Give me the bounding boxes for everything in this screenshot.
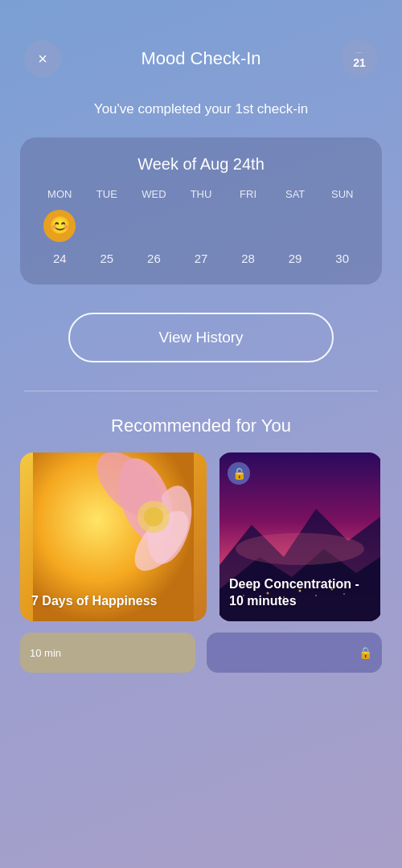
bottom-lock-icon: 🔒 bbox=[359, 646, 372, 659]
recommended-title: Recommended for You bbox=[0, 416, 402, 436]
date-26: 26 bbox=[130, 248, 178, 268]
date-30: 30 bbox=[318, 248, 366, 268]
bottom-card-stubs: 10 min 🔒 bbox=[0, 621, 402, 673]
svg-point-6 bbox=[144, 507, 163, 526]
close-icon: × bbox=[38, 50, 47, 68]
card-concentration-label: Deep Concentration - 10 minutes bbox=[229, 576, 371, 610]
checkin-subtitle: You've completed your 1st check-in bbox=[0, 93, 402, 137]
bottom-card-left-label: 10 min bbox=[30, 647, 61, 659]
header: × Mood Check-In ··· 21 bbox=[0, 0, 402, 93]
calendar-button[interactable]: ··· 21 bbox=[341, 40, 378, 77]
day-header-sun: SUN bbox=[318, 188, 366, 200]
date-25: 25 bbox=[84, 248, 131, 268]
week-card: Week of Aug 24th MON TUE WED THU FRI SAT… bbox=[20, 137, 382, 285]
svg-point-17 bbox=[236, 533, 364, 565]
day-header-fri: FRI bbox=[224, 188, 272, 200]
bottom-card-left[interactable]: 10 min bbox=[20, 633, 195, 673]
bottom-card-right[interactable]: 🔒 bbox=[207, 633, 382, 673]
close-button[interactable]: × bbox=[24, 40, 61, 77]
day-header-thu: THU bbox=[178, 188, 225, 200]
lock-icon: 🔒 bbox=[228, 462, 250, 485]
day-header-sat: SAT bbox=[272, 188, 319, 200]
day-header-mon: MON bbox=[36, 188, 84, 200]
emoji-row: 😊 bbox=[36, 208, 366, 244]
card-happiness-label: 7 Days of Happiness bbox=[31, 593, 158, 610]
date-28: 28 bbox=[224, 248, 272, 268]
day-header-wed: WED bbox=[130, 188, 178, 200]
card-concentration[interactable]: 🔒 Deep Concentration - 10 minutes bbox=[218, 452, 382, 621]
card-happiness[interactable]: 7 Days of Happiness bbox=[20, 452, 207, 621]
recommendation-cards: 7 Days of Happiness bbox=[0, 452, 402, 621]
date-24: 24 bbox=[36, 248, 84, 268]
page-title: Mood Check-In bbox=[141, 48, 260, 69]
week-title: Week of Aug 24th bbox=[36, 155, 366, 174]
date-29: 29 bbox=[272, 248, 319, 268]
day-header-tue: TUE bbox=[84, 188, 131, 200]
calendar-number: 21 bbox=[353, 57, 366, 68]
date-row: 24 25 26 27 28 29 30 bbox=[36, 248, 366, 268]
view-history-button[interactable]: View History bbox=[68, 313, 334, 362]
calendar-dots-icon: ··· bbox=[355, 49, 363, 56]
day-headers-row: MON TUE WED THU FRI SAT SUN bbox=[36, 188, 366, 200]
emoji-cell-mon: 😊 bbox=[36, 210, 84, 242]
divider bbox=[24, 391, 378, 391]
date-27: 27 bbox=[178, 248, 225, 268]
mood-emoji: 😊 bbox=[43, 210, 76, 242]
